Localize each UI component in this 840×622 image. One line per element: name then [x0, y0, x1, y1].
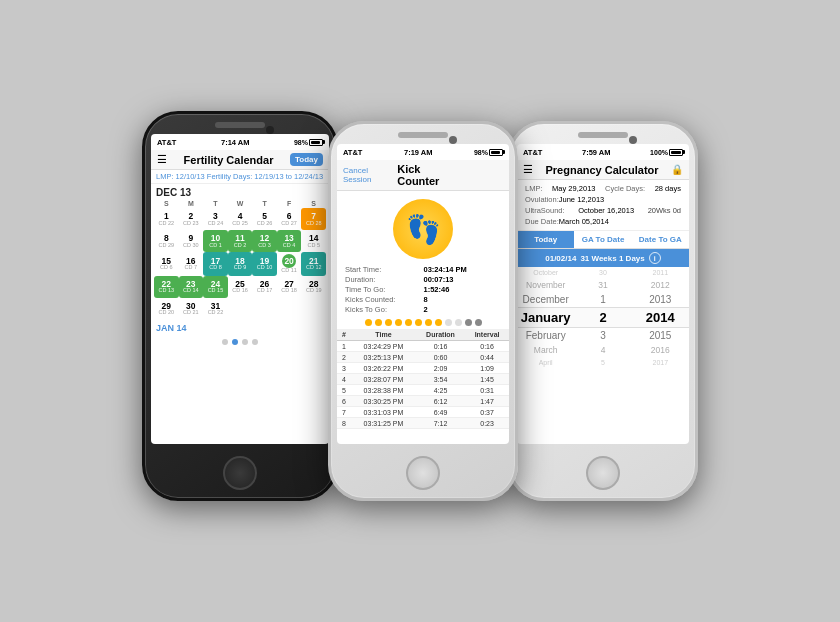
table-cell: 0:44	[465, 352, 509, 363]
dot-4[interactable]	[252, 339, 258, 345]
dot-2-active[interactable]	[232, 339, 238, 345]
cal-day-7[interactable]: 7CD 28	[301, 208, 326, 230]
table-cell: 0:31	[465, 385, 509, 396]
lmp-label: LMP:	[525, 184, 543, 193]
pregnancy-title: Pregnancy Calculator	[545, 164, 658, 176]
cal-day-31[interactable]: 31CD 22	[203, 298, 228, 320]
cal-day-16[interactable]: 16CD 7	[179, 252, 204, 276]
menu-icon[interactable]: ☰	[157, 153, 167, 166]
ultrasound-val: October 16,2013	[578, 206, 634, 215]
cal-day-9[interactable]: 9CD 30	[179, 230, 204, 252]
cancel-session-button[interactable]: Cancel Session	[343, 166, 397, 184]
cal-day-8[interactable]: 8CD 29	[154, 230, 179, 252]
picker-day-dec: 1	[574, 294, 631, 305]
cal-day-25[interactable]: 25CD 16	[228, 276, 253, 298]
foot-display[interactable]: 👣	[337, 191, 509, 263]
cal-day-11[interactable]: 11CD 2	[228, 230, 253, 252]
home-button-1[interactable]	[223, 456, 257, 490]
cal-day-21[interactable]: 21CD 12	[301, 252, 326, 276]
battery-1: 98%	[294, 139, 323, 146]
time-to-go-val: 1:52:46	[424, 285, 450, 294]
calendar-grid: S M T W T F S 1CD 22 2CD 23 3CD 24 4CD 2…	[151, 199, 329, 320]
cal-day-1[interactable]: 1CD 22	[154, 208, 179, 230]
kick-dot-2	[375, 319, 382, 326]
cal-day-13[interactable]: 13CD 4	[277, 230, 302, 252]
cal-day-2[interactable]: 2CD 23	[179, 208, 204, 230]
tab-date-to-ga[interactable]: Date To GA	[632, 231, 689, 248]
picker-month-mar: March	[517, 345, 574, 355]
lock-icon[interactable]: 🔒	[671, 164, 683, 175]
cal-day-15[interactable]: 15CD 6	[154, 252, 179, 276]
table-cell: 6:12	[416, 396, 465, 407]
date-picker[interactable]: October 30 2011 November 31 2012 Decembe…	[517, 267, 689, 368]
page-dots	[151, 336, 329, 348]
phone-kick-counter: AT&T 7:19 AM 98% Cancel Session Kick Cou…	[328, 121, 518, 501]
col-duration: Duration	[416, 329, 465, 341]
dow-w: W	[228, 199, 253, 208]
start-time-row: Start Time:	[345, 265, 423, 274]
table-row: 503:28:38 PM4:250:31	[337, 385, 509, 396]
picker-day-nov: 31	[574, 280, 631, 290]
cal-day-22[interactable]: 22CD 13	[154, 276, 179, 298]
cal-day-12[interactable]: 12CD 3	[252, 230, 277, 252]
table-cell: 0:23	[465, 418, 509, 429]
col-time: Time	[351, 329, 416, 341]
home-button-3[interactable]	[586, 456, 620, 490]
cal-day-6[interactable]: 6CD 27	[277, 208, 302, 230]
cal-day-28[interactable]: 28CD 19	[301, 276, 326, 298]
kick-dot-12	[475, 319, 482, 326]
picker-day-apr: 5	[574, 359, 631, 366]
kick-dot-11	[465, 319, 472, 326]
cal-day-19[interactable]: 19CD 10	[252, 252, 277, 276]
dot-1[interactable]	[222, 339, 228, 345]
picker-year-apr: 2017	[632, 359, 689, 366]
current-date: 01/02/14	[545, 254, 576, 263]
cal-day-29[interactable]: 29CD 20	[154, 298, 179, 320]
cal-day-4[interactable]: 4CD 25	[228, 208, 253, 230]
kick-dot-1	[365, 319, 372, 326]
table-row: 603:30:25 PM6:121:47	[337, 396, 509, 407]
table-cell: 3:54	[416, 374, 465, 385]
tab-today[interactable]: Today	[517, 231, 574, 248]
dot-3[interactable]	[242, 339, 248, 345]
time-to-go-label: Time To Go:	[345, 285, 385, 294]
ultrasound-wks: 20Wks 0d	[648, 206, 681, 215]
cal-day-14[interactable]: 14CD 5	[301, 230, 326, 252]
cal-day-20-today[interactable]: 20CD 11	[277, 252, 302, 276]
cal-day-23[interactable]: 23CD 14	[179, 276, 204, 298]
tab-ga-to-date[interactable]: GA To Date	[574, 231, 631, 248]
cal-day-10[interactable]: 10CD 1	[203, 230, 228, 252]
cal-day-27[interactable]: 27CD 18	[277, 276, 302, 298]
dow-s1: S	[154, 199, 179, 208]
due-date-label: Due Date:	[525, 217, 559, 226]
table-cell: 1	[337, 341, 351, 352]
cal-day-5[interactable]: 5CD 26	[252, 208, 277, 230]
menu-icon-3[interactable]: ☰	[523, 163, 533, 176]
table-cell: 0:37	[465, 407, 509, 418]
cal-day-18[interactable]: 18CD 9	[228, 252, 253, 276]
ovulation-label: Ovulation:	[525, 195, 559, 204]
picker-row-jan-selected: January 2 2014	[517, 307, 689, 328]
cal-day-17[interactable]: 17CD 8	[203, 252, 228, 276]
table-row: 203:25:13 PM0:600:44	[337, 352, 509, 363]
kick-stats: Start Time: 03:24:14 PM Duration: 00:07:…	[337, 263, 509, 316]
cal-day-3[interactable]: 3CD 24	[203, 208, 228, 230]
cycle-val: 28 days	[655, 184, 681, 193]
cal-day-26[interactable]: 26CD 17	[252, 276, 277, 298]
cal-day-30[interactable]: 30CD 21	[179, 298, 204, 320]
start-time-val: 03:24:14 PM	[424, 265, 467, 274]
table-row: 303:26:22 PM2:091:09	[337, 363, 509, 374]
home-button-2[interactable]	[406, 456, 440, 490]
duration-label: Duration:	[345, 275, 375, 284]
today-button[interactable]: Today	[290, 153, 323, 166]
kicks-to-go-val: 2	[424, 305, 428, 314]
table-cell: 4	[337, 374, 351, 385]
kick-dot-9	[445, 319, 452, 326]
kick-dot-6	[415, 319, 422, 326]
picker-year-mar: 2016	[632, 345, 689, 355]
carrier-1: AT&T	[157, 138, 176, 147]
kick-dot-3	[385, 319, 392, 326]
cal-day-24[interactable]: 24CD 15	[203, 276, 228, 298]
info-circle-icon[interactable]: i	[649, 252, 661, 264]
table-cell: 5	[337, 385, 351, 396]
